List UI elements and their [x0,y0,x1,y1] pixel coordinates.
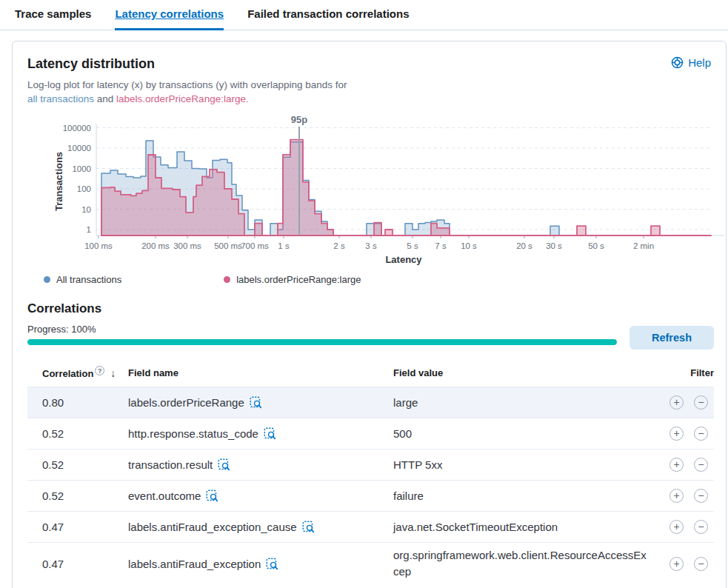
x-tick-label: 50 s [588,241,604,250]
x-tick-label: 7 s [435,241,447,250]
filter-buttons: +− [652,489,714,503]
legend-label: labels.orderPriceRange:large [236,274,361,285]
info-icon[interactable]: ? [95,366,104,375]
period-text: . [246,93,249,104]
x-tick-label: 3 s [365,241,377,250]
y-tick-label: 10 [81,205,91,214]
x-tick-label: 1 s [278,241,290,250]
chart-legend: All transactions labels.orderPriceRange:… [44,274,714,285]
filter-out-value-button[interactable]: − [694,557,708,571]
column-correlation[interactable]: Correlation [42,368,93,379]
field-statistics-icon[interactable] [206,490,218,502]
filter-for-value-button[interactable]: + [669,395,684,410]
legend-dot-pink-icon [224,276,230,283]
latency-distribution-chart: 110100100010000100000100 ms200 ms300 ms5… [52,115,726,267]
table-row: 0.52event.outcomefailure+− [27,480,714,511]
sort-descending-icon[interactable]: ↓ [110,367,116,379]
latency-distribution-panel: Latency distribution Help Log-log plot f… [12,41,727,588]
filter-buttons: +− [652,557,714,571]
correlation-value: 0.80 [42,396,128,409]
field-value: failure [393,484,652,509]
y-axis-title: Transactions [53,152,64,211]
legend-item-all-transactions[interactable]: All transactions [44,274,121,285]
tab-latency-correlations[interactable]: Latency correlations [115,7,224,30]
order-price-range-link[interactable]: labels.orderPriceRange:large [116,93,246,104]
correlation-value: 0.47 [42,558,128,570]
column-field-value: Field value [393,367,652,378]
x-tick-label: 10 s [461,241,477,250]
table-row: 0.52transaction.resultHTTP 5xx+− [27,449,714,480]
filter-out-value-button[interactable]: − [694,427,708,441]
y-tick-label: 100000 [63,124,91,133]
x-axis-title: Latency [385,254,422,265]
progress-row: Progress: 100% Refresh [27,324,714,345]
x-tick-label: 30 s [546,241,562,250]
x-tick-label: 300 ms [173,241,201,250]
chart-description: Log-log plot for latency (x) by transact… [27,78,714,106]
filter-out-value-button[interactable]: − [694,489,708,503]
column-filter: Filter [652,367,714,378]
x-tick-label: 500 ms [214,241,242,250]
progress-label: Progress: 100% [27,324,617,335]
filter-for-value-button[interactable]: + [669,427,684,441]
field-statistics-icon[interactable] [264,427,276,440]
x-tick-label: 20 s [516,241,532,250]
filter-buttons: +− [652,520,714,534]
field-value: org.springframework.web.client.ResourceA… [393,543,652,584]
field-name-cell: transaction.result [128,458,393,471]
x-tick-label: 200 ms [141,241,170,250]
table-row: 0.52http.response.status_code500+− [27,418,714,449]
correlation-value: 0.52 [42,427,128,440]
field-value: 500 [393,421,652,447]
filter-out-value-button[interactable]: − [694,458,708,472]
filter-for-value-button[interactable]: + [669,557,684,571]
column-field-name: Field name [128,367,393,378]
filter-out-value-button[interactable]: − [694,395,708,410]
field-name-cell: labels.antiFraud_exception_cause [128,521,393,533]
field-name: labels.antiFraud_exception_cause [128,521,297,533]
x-tick-label: 5 s [407,241,418,250]
field-name: labels.orderPriceRange [128,396,244,409]
progress-bar [27,339,617,345]
help-label: Help [688,56,711,69]
filter-buttons: +− [652,427,714,441]
filter-for-value-button[interactable]: + [669,458,684,472]
field-name-cell: labels.orderPriceRange [128,396,393,409]
help-link[interactable]: Help [671,56,711,69]
field-value: large [393,390,652,415]
field-name: labels.antiFraud_exception [128,558,261,570]
correlation-value: 0.52 [42,458,128,471]
description-line: Log-log plot for latency (x) by transact… [27,79,347,90]
field-statistics-icon[interactable] [218,458,230,471]
field-value: HTTP 5xx [393,452,652,478]
field-name: event.outcome [128,490,201,502]
all-transactions-link[interactable]: all transactions [27,93,94,104]
y-tick-label: 1 [87,225,91,234]
field-statistics-icon[interactable] [250,396,262,409]
table-header: Correlation?↓ Field name Field value Fil… [27,361,714,387]
y-tick-label: 100 [77,184,91,193]
legend-item-order-price-range[interactable]: labels.orderPriceRange:large [224,274,361,285]
progress-bar-fill [27,339,617,345]
correlations-title: Correlations [27,301,714,316]
field-statistics-icon[interactable] [266,558,278,570]
panel-title: Latency distribution [27,56,155,72]
field-name-cell: labels.antiFraud_exception [128,558,393,570]
tab-failed-transaction-correlations[interactable]: Failed transaction correlations [247,7,409,30]
y-tick-label: 1000 [72,164,91,173]
y-tick-label: 10000 [67,144,91,153]
field-name-cell: http.response.status_code [128,427,393,440]
filter-out-value-button[interactable]: − [694,520,708,534]
field-name: transaction.result [128,458,213,471]
refresh-button[interactable]: Refresh [630,326,714,350]
and-text: and [94,93,116,104]
field-name-cell: event.outcome [128,490,393,502]
filter-for-value-button[interactable]: + [669,489,684,503]
filter-buttons: +− [652,395,714,410]
field-value: java.net.SocketTimeoutException [393,515,652,540]
filter-for-value-button[interactable]: + [669,520,684,534]
filter-buttons: +− [652,458,714,472]
field-statistics-icon[interactable] [302,521,315,533]
tab-trace-samples[interactable]: Trace samples [15,7,91,30]
help-icon [671,56,684,69]
